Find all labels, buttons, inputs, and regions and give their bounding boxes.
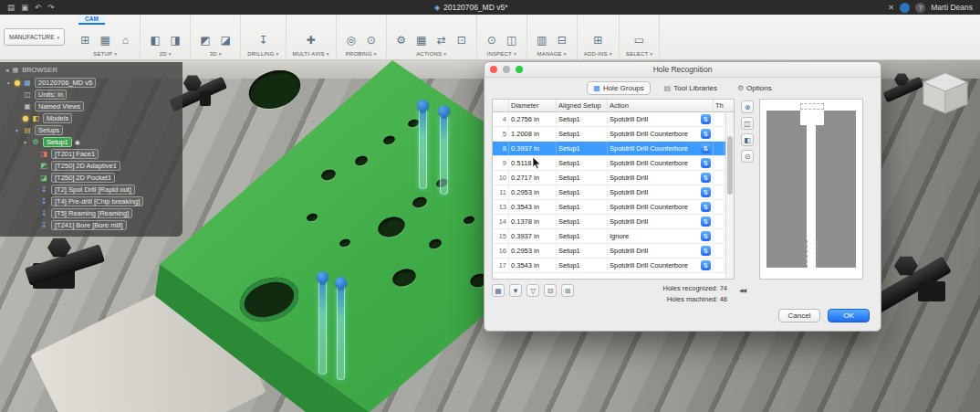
column-header[interactable]: Aligned Setup — [557, 100, 608, 111]
filter-remove-icon[interactable]: ▽ — [526, 284, 539, 297]
minimize-button[interactable] — [503, 66, 510, 73]
column-header[interactable]: Action — [608, 100, 714, 111]
new-setup-icon[interactable]: ⊞ — [77, 32, 93, 48]
browser-item[interactable]: ◨ [T201] Face1 — [0, 148, 182, 160]
ok-button[interactable]: OK — [828, 309, 870, 322]
undo-icon[interactable]: ↶ — [35, 4, 41, 12]
table-scrollbar[interactable] — [725, 112, 734, 279]
hole-table-row[interactable]: 9 0.5118 in Setup1 Spotdrill Drill Count… — [493, 156, 734, 171]
help-icon[interactable]: ? — [915, 3, 925, 13]
tree-expand-icon[interactable]: ▾ — [22, 140, 28, 145]
hole-table-row[interactable]: 16 0.2953 in Setup1 Spotdrill Drill ⇅ — [493, 244, 734, 259]
hole-table-row[interactable]: 10 0.2717 in Setup1 Spotdrill Drill ⇅ — [493, 171, 734, 185]
collapse-arrow-icon[interactable]: ◂ — [5, 67, 9, 74]
user-name[interactable]: Marti Deans — [931, 3, 973, 12]
row-action-dropdown[interactable]: Spotdrill Drill ⇅ — [608, 185, 714, 199]
hole-table-row[interactable]: 4 0.2756 in Setup1 Spotdrill Drill ⇅ — [493, 112, 734, 127]
2d-contour-icon[interactable]: ◨ — [167, 32, 183, 48]
redo-icon[interactable]: ↷ — [47, 4, 54, 12]
browser-item[interactable]: ▾ ⚙ Setup1 ◉ — [0, 136, 182, 148]
probe-wcs-icon[interactable]: ◎ — [343, 32, 360, 48]
column-header[interactable]: Diameter — [509, 100, 557, 111]
browser-item[interactable]: ↧ [T5] Reaming [Reaming] — [0, 207, 182, 219]
filter-icon[interactable]: ▼ — [509, 284, 522, 297]
browser-item[interactable]: ↧ [T2] Spot Drill [Rapid out] — [0, 184, 182, 195]
dropdown-stepper-icon[interactable]: ⇅ — [701, 260, 711, 270]
browser-item[interactable]: ↧ [T4] Pre-drill [Chip breaking] — [0, 195, 182, 207]
cancel-button[interactable]: Cancel — [778, 309, 820, 322]
collapse-panel-icon[interactable]: ◀◀ — [739, 287, 745, 293]
row-action-dropdown[interactable]: Spotdrill Drill ⇅ — [608, 244, 714, 258]
split-groups-icon[interactable]: ⊞ — [561, 284, 574, 297]
hole-table-row[interactable]: 17 0.3543 in Setup1 Spotdrill Drill Coun… — [493, 259, 734, 273]
avatar-icon[interactable] — [900, 3, 910, 13]
row-action-dropdown[interactable]: Spotdrill Drill Counterbore ⇅ — [608, 142, 714, 155]
row-action-dropdown[interactable]: Spotdrill Drill ⇅ — [608, 215, 714, 228]
row-action-dropdown[interactable]: Ignore ⇅ — [608, 229, 714, 243]
hole-table-row[interactable]: 15 0.3937 in Setup1 Ignore ⇅ — [493, 229, 734, 244]
section-view-icon[interactable]: ◧ — [741, 133, 754, 146]
dropdown-stepper-icon[interactable]: ⇅ — [701, 187, 711, 197]
2d-pocket-icon[interactable]: ◧ — [147, 32, 163, 48]
row-action-dropdown[interactable]: Spotdrill Drill Counterbore ⇅ — [608, 127, 714, 141]
dropdown-stepper-icon[interactable]: ⇅ — [701, 143, 711, 153]
measure-icon[interactable]: ⊙ — [484, 32, 500, 48]
workspace-selector[interactable]: MANUFACTURE ▾ — [4, 28, 65, 46]
dropdown-stepper-icon[interactable]: ⇅ — [701, 114, 711, 124]
row-action-dropdown[interactable]: Spotdrill Drill ⇅ — [608, 112, 714, 126]
dialog-titlebar[interactable]: Hole Recognition — [485, 62, 881, 78]
browser-item[interactable]: ◪ [T250] 2D Pocket1 — [0, 172, 182, 184]
hole-table-row[interactable]: 11 0.2953 in Setup1 Spotdrill Drill ⇅ — [493, 185, 734, 200]
section-analysis-icon[interactable]: ◫ — [504, 32, 520, 48]
adaptive-clearing-icon[interactable]: ◩ — [197, 32, 214, 48]
inspect-surface-icon[interactable]: ⊙ — [363, 32, 380, 48]
tab-tool-libraries[interactable]: ▤Tool Libraries — [658, 81, 724, 95]
multi-axis-icon[interactable]: ✚ — [303, 32, 319, 48]
dropdown-stepper-icon[interactable]: ⇅ — [701, 246, 711, 256]
browser-item[interactable]: ▣ Named Views — [0, 100, 182, 112]
dropdown-stepper-icon[interactable]: ⇅ — [701, 129, 711, 139]
isolate-icon[interactable]: ⊙ — [741, 150, 754, 163]
generate-toolpath-icon[interactable]: ⊡ — [454, 32, 470, 48]
column-header[interactable]: Th — [714, 100, 725, 111]
edit-hole-groups-icon[interactable]: ▦ — [492, 284, 505, 297]
tab-hole-groups[interactable]: ▦Hole Groups — [587, 81, 650, 95]
visibility-bulb-icon[interactable] — [15, 80, 20, 86]
view-cube[interactable] — [916, 66, 975, 119]
merge-groups-icon[interactable]: ⊟ — [544, 284, 557, 297]
machine-icon[interactable]: ⌂ — [117, 32, 133, 48]
dropdown-stepper-icon[interactable]: ⇅ — [701, 231, 711, 241]
dropdown-stepper-icon[interactable]: ⇅ — [701, 202, 711, 212]
browser-item[interactable]: ◧ Models — [0, 112, 182, 124]
select-icon[interactable]: ▭ — [631, 32, 648, 48]
browser-item[interactable]: ◫ Units: in — [0, 89, 182, 100]
zoom-button[interactable] — [516, 66, 523, 73]
post-process-icon[interactable]: ▦ — [413, 32, 430, 48]
dropdown-stepper-icon[interactable]: ⇅ — [701, 158, 711, 168]
hole-table-row[interactable]: 13 0.3543 in Setup1 Spotdrill Drill Coun… — [493, 200, 734, 215]
dropdown-stepper-icon[interactable]: ⇅ — [701, 217, 711, 227]
tree-expand-icon[interactable]: ▾ — [14, 128, 20, 133]
browser-item[interactable]: ▾ ▤ Setups — [0, 124, 182, 136]
zoom-to-hole-icon[interactable]: ⊕ — [741, 100, 754, 113]
hole-table-row[interactable]: 14 0.1378 in Setup1 Spotdrill Drill ⇅ — [493, 215, 734, 229]
scrollbar-thumb[interactable] — [727, 136, 733, 195]
browser-item[interactable]: ↧ [T241] Bore [Bore mill] — [0, 219, 182, 231]
scripts-addins-icon[interactable]: ⊞ — [589, 32, 606, 48]
row-action-dropdown[interactable]: Spotdrill Drill Counterbore ⇅ — [608, 156, 714, 170]
preview-hole-icon[interactable]: ◫ — [741, 117, 754, 130]
hole-table-row[interactable]: 5 1.2008 in Setup1 Spotdrill Drill Count… — [493, 127, 734, 142]
setup-sheet-icon[interactable]: ⇄ — [433, 32, 450, 48]
stock-icon[interactable]: ▦ — [97, 32, 113, 48]
parallel-icon[interactable]: ◪ — [217, 32, 234, 48]
app-grid-icon[interactable]: ▤ — [7, 4, 15, 12]
close-button[interactable] — [490, 66, 497, 73]
row-action-dropdown[interactable]: Spotdrill Drill ⇅ — [608, 171, 714, 185]
browser-item[interactable]: ◩ [T250] 2D Adaptive1 — [0, 160, 182, 172]
row-action-dropdown[interactable]: Spotdrill Drill Counterbore ⇅ — [608, 259, 714, 272]
simulate-icon[interactable]: ⚙ — [393, 32, 410, 48]
row-action-dropdown[interactable]: Spotdrill Drill Counterbore ⇅ — [608, 200, 714, 214]
save-icon[interactable]: ▣ — [21, 4, 28, 12]
drill-icon[interactable]: ↧ — [255, 32, 271, 48]
dropdown-stepper-icon[interactable]: ⇅ — [701, 173, 711, 183]
